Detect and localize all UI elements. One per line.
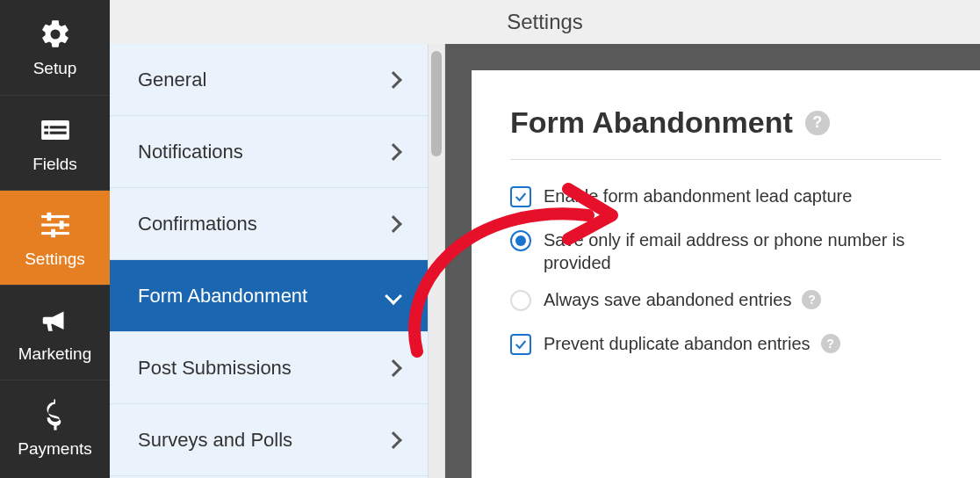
option-save-only[interactable]: Save only if email address or phone numb… bbox=[510, 228, 941, 274]
nav-marketing[interactable]: Marketing bbox=[0, 285, 110, 380]
option-label: Prevent duplicate abandon entries bbox=[544, 332, 811, 355]
option-label: Always save abandoned entries bbox=[544, 288, 791, 311]
nav-label: Setup bbox=[33, 59, 77, 78]
svg-rect-5 bbox=[41, 214, 69, 217]
subnav-confirmations[interactable]: Confirmations bbox=[110, 188, 428, 260]
option-enable[interactable]: Enable form abandonment lead capture bbox=[510, 185, 941, 207]
nav-label: Payments bbox=[18, 439, 91, 459]
topbar: Settings bbox=[110, 0, 980, 44]
main-area: Settings General Notifications Confirmat… bbox=[110, 0, 980, 478]
chevron-right-icon bbox=[385, 359, 402, 377]
radio-checked-icon[interactable] bbox=[510, 230, 531, 251]
subnav-label: Form Abandonment bbox=[138, 285, 307, 308]
nav-settings[interactable]: Settings bbox=[0, 190, 110, 285]
help-icon[interactable]: ? bbox=[821, 334, 840, 353]
gear-icon bbox=[38, 17, 73, 52]
svg-rect-0 bbox=[41, 120, 69, 139]
subnav-label: Notifications bbox=[138, 141, 243, 163]
panel-heading-text: Form Abandonment bbox=[510, 105, 793, 140]
nav-payments[interactable]: Payments bbox=[0, 380, 110, 474]
option-label: Save only if email address or phone numb… bbox=[544, 228, 941, 274]
panel-heading: Form Abandonment ? bbox=[510, 105, 941, 140]
megaphone-icon bbox=[38, 302, 73, 337]
subnav-form-abandonment[interactable]: Form Abandonment bbox=[110, 260, 428, 332]
settings-subnav: General Notifications Confirmations Form… bbox=[110, 44, 428, 478]
subnav-notifications[interactable]: Notifications bbox=[110, 116, 428, 188]
divider bbox=[510, 159, 941, 160]
subnav-label: Confirmations bbox=[138, 213, 257, 235]
workspace: General Notifications Confirmations Form… bbox=[110, 44, 980, 478]
help-icon[interactable]: ? bbox=[802, 290, 821, 309]
checkbox-checked-icon[interactable] bbox=[510, 334, 531, 355]
chevron-right-icon bbox=[385, 431, 402, 449]
subnav-label: Post Submissions bbox=[138, 357, 292, 380]
svg-rect-3 bbox=[49, 126, 66, 128]
nav-label: Marketing bbox=[18, 344, 91, 364]
subnav-surveys-polls[interactable]: Surveys and Polls bbox=[110, 404, 428, 476]
svg-rect-2 bbox=[44, 131, 48, 134]
svg-rect-4 bbox=[49, 131, 66, 134]
subnav-label: General bbox=[138, 69, 206, 91]
chevron-right-icon bbox=[385, 71, 402, 89]
nav-fields[interactable]: Fields bbox=[0, 95, 110, 190]
svg-rect-1 bbox=[44, 126, 48, 128]
option-label: Enable form abandonment lead capture bbox=[544, 185, 852, 207]
nav-label: Fields bbox=[32, 155, 77, 174]
subnav-post-submissions[interactable]: Post Submissions bbox=[110, 332, 428, 404]
checkbox-checked-icon[interactable] bbox=[510, 186, 531, 207]
nav-setup[interactable]: Setup bbox=[0, 0, 110, 95]
help-icon[interactable]: ? bbox=[805, 111, 830, 135]
sliders-icon bbox=[38, 207, 73, 243]
primary-nav: Setup Fields Settings Marketing Payments bbox=[0, 0, 110, 478]
dollar-icon bbox=[38, 397, 73, 432]
chevron-down-icon bbox=[385, 287, 402, 305]
scrollbar[interactable] bbox=[428, 44, 445, 478]
svg-rect-9 bbox=[59, 221, 63, 229]
nav-label: Settings bbox=[25, 250, 85, 269]
radio-unchecked-icon[interactable] bbox=[510, 290, 531, 311]
option-prevent-duplicate[interactable]: Prevent duplicate abandon entries ? bbox=[510, 332, 941, 355]
svg-rect-8 bbox=[47, 212, 51, 221]
svg-rect-6 bbox=[41, 223, 69, 226]
list-icon bbox=[38, 112, 73, 148]
subnav-label: Surveys and Polls bbox=[138, 429, 292, 452]
svg-rect-10 bbox=[51, 228, 55, 237]
settings-card: Form Abandonment ? Enable form abandonme… bbox=[472, 70, 980, 478]
option-always-save[interactable]: Always save abandoned entries ? bbox=[510, 288, 941, 311]
page-title: Settings bbox=[507, 10, 583, 34]
panel-background: Form Abandonment ? Enable form abandonme… bbox=[445, 44, 980, 478]
chevron-right-icon bbox=[385, 143, 402, 161]
chevron-right-icon bbox=[385, 215, 402, 233]
subnav-general[interactable]: General bbox=[110, 44, 428, 116]
